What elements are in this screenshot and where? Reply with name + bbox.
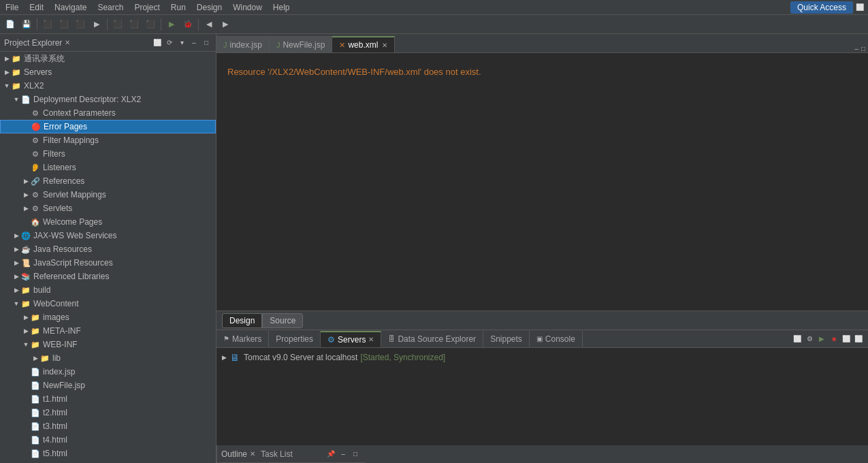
editor-minimize-icon[interactable]: – — [854, 45, 858, 52]
tree-item-jaxws[interactable]: ▶🌐JAX-WS Web Services — [0, 229, 216, 242]
tree-item-newfilejsp[interactable]: 📄NewFile.jsp — [0, 379, 216, 392]
tree-item-dd[interactable]: ▼📄Deployment Descriptor: XLX2 — [0, 93, 216, 106]
tree-arrow-metainf[interactable]: ▶ — [22, 328, 30, 334]
tree-arrow-lib[interactable]: ▶ — [31, 355, 39, 362]
menu-search[interactable]: Search — [92, 1, 129, 14]
btab-servers[interactable]: ⚙ Servers ✕ — [321, 331, 381, 347]
toolbar-forward[interactable]: ▶ — [218, 17, 233, 32]
tree-item-jsres[interactable]: ▶📜JavaScript Resources — [0, 256, 216, 270]
server-expand-arrow[interactable]: ▶ — [222, 354, 230, 361]
tree-arrow-jaxws[interactable]: ▶ — [12, 232, 20, 239]
bp-icon1[interactable]: ⬜ — [792, 334, 803, 345]
tree-arrow-servletmappings[interactable]: ▶ — [22, 191, 30, 198]
tab-indexjsp[interactable]: J index.jsp — [216, 36, 270, 52]
outline-maximize-icon[interactable]: □ — [350, 449, 361, 460]
toolbar-new[interactable]: 📄 — [3, 17, 18, 32]
btab-console[interactable]: ▣ Console — [530, 331, 583, 347]
pe-maximize-icon[interactable]: □ — [201, 37, 212, 48]
tree-arrow-build[interactable]: ▶ — [12, 287, 20, 293]
tree-item-lib[interactable]: ▶📁lib — [0, 351, 216, 365]
pe-minimize-icon[interactable]: – — [189, 37, 199, 48]
tree-item-webinf[interactable]: ▼📁WEB-INF — [0, 338, 216, 351]
tree-arrow-references[interactable]: ▶ — [22, 178, 30, 185]
tree-arrow-xlx2[interactable]: ▼ — [3, 82, 11, 89]
tree-item-build[interactable]: ▶📁build — [0, 283, 216, 297]
btab-markers[interactable]: ⚑ Markers — [216, 331, 269, 347]
toolbar-save[interactable]: 💾 — [19, 17, 34, 32]
toolbar-btn5[interactable]: ▶ — [89, 17, 104, 32]
pe-close-icon[interactable]: ✕ — [65, 39, 70, 46]
tab-newfilejsp[interactable]: J NewFile.jsp — [270, 36, 333, 52]
tree-arrow-javares[interactable]: ▶ — [12, 246, 20, 253]
tree-arrow-jsres[interactable]: ▶ — [12, 259, 20, 266]
quick-access-button[interactable]: Quick Access — [790, 1, 853, 14]
toolbar-back[interactable]: ◀ — [202, 17, 216, 32]
menu-edit[interactable]: Edit — [24, 1, 49, 14]
tree-arrow-images[interactable]: ▶ — [22, 314, 30, 321]
tree-arrow-servlets[interactable]: ▶ — [22, 205, 30, 212]
toolbar-debug[interactable]: 🐞 — [180, 17, 195, 32]
tree-item-xlx2[interactable]: ▼📁XLX2 — [0, 79, 216, 93]
tree-item-ctx[interactable]: ⚙Context Parameters — [0, 106, 216, 120]
bp-icon4[interactable]: ■ — [829, 334, 839, 345]
tree-item-indexjsp[interactable]: 📄index.jsp — [0, 365, 216, 379]
tab-webxml-close[interactable]: ✕ — [382, 42, 387, 49]
tree-item-t1html[interactable]: 📄t1.html — [0, 392, 216, 406]
menu-file[interactable]: File — [0, 1, 24, 14]
toolbar-btn4[interactable]: ⬛ — [73, 17, 88, 32]
outline-close-icon[interactable]: ✕ — [250, 450, 255, 458]
bp-icon5[interactable]: ⬜ — [841, 334, 852, 345]
tree-item-t5html[interactable]: 📄t5.html — [0, 447, 216, 460]
menu-window[interactable]: Window — [227, 1, 268, 14]
tree-item-t4html[interactable]: 📄t4.html — [0, 433, 216, 447]
tree-item-webcontent[interactable]: ▼📁WebContent — [0, 297, 216, 310]
editor-maximize-icon[interactable]: □ — [861, 45, 865, 52]
outline-minimize-icon[interactable]: – — [338, 449, 349, 460]
toolbar-btn3[interactable]: ⬛ — [57, 17, 71, 32]
tree-item-t2html[interactable]: 📄t2.html — [0, 406, 216, 419]
tree-arrow-webcontent[interactable]: ▼ — [12, 300, 20, 307]
tree-item-t3html[interactable]: 📄t3.html — [0, 419, 216, 433]
tree-item-references[interactable]: ▶🔗References — [0, 174, 216, 188]
toolbar-btn7[interactable]: ⬛ — [127, 17, 142, 32]
outline-pin-icon[interactable]: 📌 — [325, 449, 336, 460]
tree-item-reflibs[interactable]: ▶📚Referenced Libraries — [0, 270, 216, 283]
tree-item-filters[interactable]: ⚙Filters — [0, 147, 216, 161]
pe-menu-icon[interactable]: ▾ — [176, 37, 187, 48]
server-row-tomcat[interactable]: ▶ 🖥 Tomcat v9.0 Server at localhost [Sta… — [216, 348, 868, 367]
tree-item-filtermappings[interactable]: ⚙Filter Mappings — [0, 133, 216, 147]
tree-item-servers[interactable]: ▶📁Servers — [0, 65, 216, 79]
design-button[interactable]: Design — [222, 313, 262, 328]
tree-arrow-tongxun[interactable]: ▶ — [3, 55, 11, 62]
tree-item-servlets[interactable]: ▶⚙Servlets — [0, 202, 216, 215]
toolbar-btn8[interactable]: ⬛ — [143, 17, 158, 32]
tree-arrow-reflibs[interactable]: ▶ — [12, 273, 20, 280]
tree-item-tongxun[interactable]: ▶📁通讯录系统 — [0, 52, 216, 65]
btab-datasource[interactable]: 🗄 Data Source Explorer — [381, 331, 483, 347]
bp-icon2[interactable]: ⚙ — [804, 334, 815, 345]
toolbar-run[interactable]: ▶ — [164, 17, 179, 32]
menu-project[interactable]: Project — [129, 1, 165, 14]
btab-snippets[interactable]: Snippets — [483, 331, 530, 347]
menu-design[interactable]: Design — [191, 1, 227, 14]
bp-icon6[interactable]: ⬜ — [853, 334, 864, 345]
pe-sync-icon[interactable]: ⟳ — [164, 37, 175, 48]
tree-arrow-webinf[interactable]: ▼ — [22, 341, 30, 348]
tree-item-errpages[interactable]: 🔴Error Pages — [0, 120, 216, 133]
tasklist-tab[interactable]: Task List — [255, 448, 298, 460]
btab-servers-close[interactable]: ✕ — [368, 336, 374, 343]
tree-item-javares[interactable]: ▶☕Java Resources — [0, 242, 216, 256]
tree-item-images[interactable]: ▶📁images — [0, 310, 216, 324]
pe-collapse-icon[interactable]: ⬜ — [152, 37, 163, 48]
tree-arrow-servers[interactable]: ▶ — [3, 69, 11, 76]
tree-item-listeners[interactable]: 👂Listeners — [0, 161, 216, 174]
btab-properties[interactable]: Properties — [269, 331, 321, 347]
tab-webxml[interactable]: ✕ web.xml ✕ — [332, 36, 395, 52]
source-button[interactable]: Source — [262, 313, 303, 328]
menu-run[interactable]: Run — [165, 1, 191, 14]
tree-item-welcomepages[interactable]: 🏠Welcome Pages — [0, 215, 216, 229]
tree-item-servletmappings[interactable]: ▶⚙Servlet Mappings — [0, 188, 216, 202]
toolbar-btn2[interactable]: ⬛ — [40, 17, 55, 32]
menu-navigate[interactable]: Navigate — [49, 1, 92, 14]
bp-icon3[interactable]: ▶ — [816, 334, 827, 345]
